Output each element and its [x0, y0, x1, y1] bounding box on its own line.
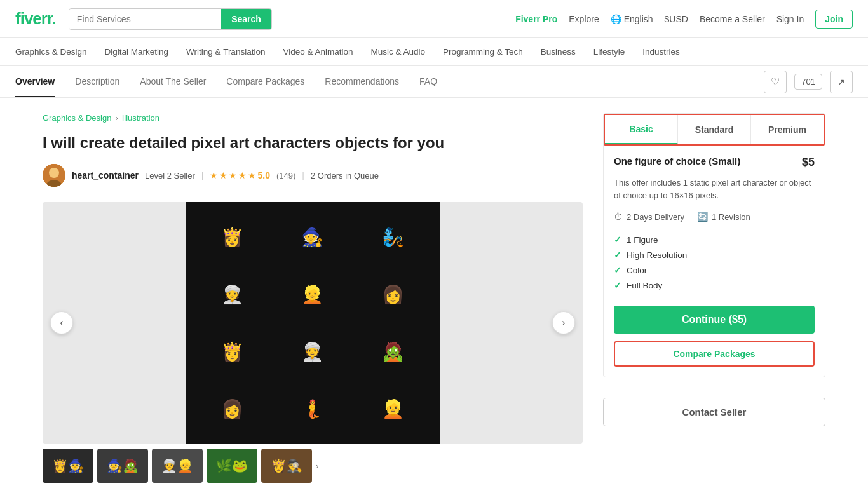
breadcrumb: Graphics & Design › Illustration [43, 113, 583, 123]
star-4: ★ [238, 170, 247, 180]
breadcrumb-category[interactable]: Graphics & Design [43, 113, 111, 123]
favorite-button[interactable]: ♡ [764, 71, 787, 93]
check-icon-3: ✓ [614, 265, 621, 275]
tab-overview[interactable]: Overview [15, 66, 55, 97]
cat-industries[interactable]: Industries [642, 38, 680, 65]
package-features: ✓ 1 Figure ✓ High Resolution ✓ Color ✓ F… [614, 232, 815, 293]
delivery-meta: ⏱ 2 Days Delivery [614, 212, 684, 222]
category-nav: Graphics & Design Digital Marketing Writ… [0, 38, 868, 66]
cat-video-animation[interactable]: Video & Animation [283, 38, 353, 65]
pixel-char-3: 🧞 [354, 210, 432, 264]
explore-link[interactable]: Explore [569, 14, 599, 24]
check-icon-2: ✓ [614, 250, 621, 260]
header-nav: Fiverr Pro Explore 🌐 English $USD Become… [515, 10, 853, 29]
cat-lifestyle[interactable]: Lifestyle [593, 38, 625, 65]
thumbnail-strip: 👸🧙 🧙🧟 👳👱 🌿🐸 👸🕵 › [43, 449, 583, 483]
seller-level: Level 2 Seller [145, 171, 195, 180]
become-seller-link[interactable]: Become a Seller [700, 14, 765, 24]
tab-description[interactable]: Description [75, 66, 119, 97]
pixel-char-1: 👸 [193, 210, 271, 264]
share-button[interactable]: ↗ [830, 71, 853, 93]
pixel-char-8: 👳 [274, 324, 352, 379]
tab-basic[interactable]: Basic [605, 115, 678, 144]
seller-divider: | [201, 170, 204, 180]
gig-title: I will create detailed pixel art charact… [43, 133, 583, 152]
tab-about-seller[interactable]: About The Seller [140, 66, 206, 97]
feature-label-3: Color [627, 266, 647, 275]
thumbnail-4[interactable]: 🌿🐸 [207, 449, 257, 483]
thumbnail-1[interactable]: 👸🧙 [43, 449, 93, 483]
cat-programming-tech[interactable]: Programming & Tech [443, 38, 523, 65]
tab-recommendations[interactable]: Recommendations [325, 66, 399, 97]
breadcrumb-subcategory[interactable]: Illustration [122, 113, 159, 123]
left-column: Graphics & Design › Illustration I will … [43, 113, 583, 483]
pixel-char-11: 🧜 [274, 381, 352, 436]
feature-2: ✓ High Resolution [614, 247, 815, 262]
right-column: Basic Standard Premium One figure of cho… [603, 113, 825, 483]
delivery-label: 2 Days Delivery [627, 212, 684, 222]
seller-avatar [43, 164, 65, 187]
logo[interactable]: fiverr. [15, 9, 56, 29]
header: fiverr. Search Fiverr Pro Explore 🌐 Engl… [0, 0, 868, 38]
sign-in-link[interactable]: Sign In [776, 14, 804, 24]
pixel-char-10: 👩 [193, 381, 271, 436]
svg-point-1 [49, 168, 59, 178]
thumbnail-2[interactable]: 🧙🧟 [97, 449, 148, 483]
pixel-char-2: 🧙 [274, 210, 352, 264]
cat-graphics-design[interactable]: Graphics & Design [15, 38, 87, 65]
package-header: One figure of choice (Small) $5 [614, 156, 815, 169]
search-input[interactable] [69, 9, 221, 29]
search-bar: Search [69, 8, 272, 30]
language-label: English [624, 14, 653, 24]
thumbnail-more-arrow[interactable]: › [316, 461, 318, 471]
carousel-main-image: 👸 🧙 🧞 👳 👱 👩 👸 👳 🧟 👩 🧜 👱 [186, 202, 440, 444]
thumbnail-3[interactable]: 👳👱 [152, 449, 203, 483]
main-layout: Graphics & Design › Illustration I will … [27, 98, 841, 488]
breadcrumb-separator: › [115, 113, 118, 123]
cat-writing-translation[interactable]: Writing & Translation [186, 38, 265, 65]
feature-label-2: High Resolution [627, 250, 687, 260]
check-icon-1: ✓ [614, 234, 621, 245]
feature-3: ✓ Color [614, 262, 815, 278]
feature-label-4: Full Body [627, 281, 662, 290]
pixel-char-6: 👩 [354, 267, 432, 322]
continue-button[interactable]: Continue ($5) [614, 306, 815, 334]
join-button[interactable]: Join [815, 10, 853, 29]
contact-seller-button[interactable]: Contact Seller [603, 398, 825, 426]
orders-queue: 2 Orders in Queue [311, 171, 379, 180]
star-2: ★ [219, 170, 227, 180]
seller-name[interactable]: heart_container [72, 170, 139, 180]
compare-packages-button[interactable]: Compare Packages [614, 341, 815, 367]
search-button[interactable]: Search [221, 9, 271, 29]
rating-count: (149) [276, 171, 295, 180]
revisions-meta: 🔄 1 Revision [697, 212, 750, 222]
tab-premium[interactable]: Premium [751, 115, 824, 144]
seller-info: heart_container Level 2 Seller | ★ ★ ★ ★… [43, 164, 583, 187]
revisions-label: 1 Revision [712, 212, 750, 222]
logo-text: fiverr [15, 9, 52, 28]
package-meta: ⏱ 2 Days Delivery 🔄 1 Revision [614, 212, 815, 222]
star-5: ★ [248, 170, 256, 180]
sub-nav-actions: ♡ 701 ↗ [764, 71, 853, 93]
thumbnail-5[interactable]: 👸🕵 [261, 449, 312, 483]
tab-compare-packages[interactable]: Compare Packages [226, 66, 304, 97]
feature-1: ✓ 1 Figure [614, 232, 815, 247]
pixel-art-grid: 👸 🧙 🧞 👳 👱 👩 👸 👳 🧟 👩 🧜 👱 [186, 202, 440, 444]
currency-link[interactable]: $USD [665, 14, 688, 24]
tab-faq[interactable]: FAQ [419, 66, 437, 97]
clock-icon: ⏱ [614, 212, 623, 222]
fiverr-pro-link[interactable]: Fiverr Pro [515, 14, 557, 24]
language-link[interactable]: 🌐 English [611, 14, 653, 24]
package-price: $5 [802, 156, 815, 169]
pixel-char-12: 👱 [354, 381, 432, 436]
cat-digital-marketing[interactable]: Digital Marketing [105, 38, 169, 65]
pixel-char-5: 👱 [274, 267, 352, 322]
pixel-char-9: 🧟 [354, 324, 432, 379]
check-icon-4: ✓ [614, 280, 621, 290]
seller-stars: ★ ★ ★ ★ ★ 5.0 [210, 170, 269, 180]
cat-business[interactable]: Business [541, 38, 576, 65]
tab-standard[interactable]: Standard [678, 115, 751, 144]
carousel-next-button[interactable]: › [552, 311, 575, 334]
cat-music-audio[interactable]: Music & Audio [371, 38, 426, 65]
carousel-prev-button[interactable]: ‹ [50, 311, 73, 334]
